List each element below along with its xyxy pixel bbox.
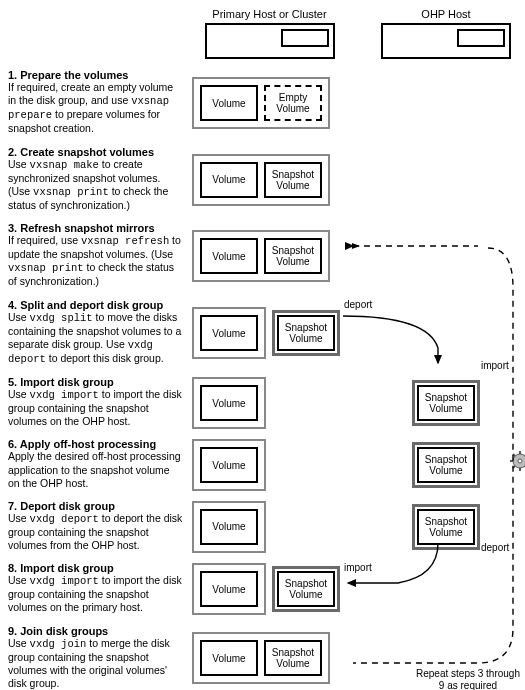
step-8-text: 8. Import disk group Use vxdg import to … xyxy=(8,558,188,620)
volume-box: Volume xyxy=(200,509,258,545)
gears-icon xyxy=(509,449,525,481)
step-4-primary: Volume Snapshot Volume deport xyxy=(192,295,347,373)
step-3-text: 3. Refresh snapshot mirrors If required,… xyxy=(8,218,188,295)
volume-box: Volume xyxy=(200,315,258,351)
volume-box: Volume xyxy=(200,640,258,676)
step-6-primary: Volume xyxy=(192,434,347,495)
volume-box: Volume xyxy=(200,85,258,121)
step-4-text: 4. Split and deport disk group Use vxdg … xyxy=(8,295,188,373)
step-7-primary: Volume xyxy=(192,496,347,558)
snapshot-volume-box-ohp: Snapshot Volume xyxy=(417,447,475,483)
snapshot-volume-box: Snapshot Volume xyxy=(264,162,322,198)
step-2-text: 2. Create snapshot volumes Use vxsnap ma… xyxy=(8,142,188,219)
volume-box: Volume xyxy=(200,571,258,607)
ohp-host-label: OHP Host xyxy=(351,8,525,23)
snapshot-volume-box-ohp: Snapshot Volume xyxy=(417,509,475,545)
empty-volume-box: Empty Volume xyxy=(264,85,322,121)
volume-box: Volume xyxy=(200,238,258,274)
snapshot-volume-box-ohp: Snapshot Volume xyxy=(417,385,475,421)
step-3-primary: Volume Snapshot Volume xyxy=(192,218,347,295)
step-5-primary: Volume xyxy=(192,372,347,434)
svg-line-8 xyxy=(513,454,515,456)
step-1-text: 1. Prepare the volumes If required, crea… xyxy=(8,65,188,142)
svg-line-11 xyxy=(513,466,515,468)
step-6-text: 6. Apply off-host processing Apply the d… xyxy=(8,434,188,495)
step-8-primary: Volume Snapshot Volume import xyxy=(192,558,347,620)
svg-point-1 xyxy=(518,459,522,463)
volume-box: Volume xyxy=(200,385,258,421)
snapshot-volume-box: Snapshot Volume xyxy=(264,238,322,274)
step-2-primary: Volume Snapshot Volume xyxy=(192,142,347,219)
primary-host-icon xyxy=(205,23,335,59)
step-6-ohp: Snapshot Volume xyxy=(351,434,525,495)
deport-label: deport xyxy=(481,542,509,553)
step-9-primary: Volume Snapshot Volume xyxy=(192,621,347,691)
import-label: import xyxy=(481,360,509,371)
step-9-text: 9. Join disk groups Use vxdg join to mer… xyxy=(8,621,188,691)
volume-box: Volume xyxy=(200,447,258,483)
snapshot-volume-box: Snapshot Volume xyxy=(264,640,322,676)
volume-box: Volume xyxy=(200,162,258,198)
step-7-ohp: Snapshot Volume deport xyxy=(351,496,525,558)
snapshot-volume-box-deported: Snapshot Volume xyxy=(277,315,335,351)
snapshot-volume-box-imported: Snapshot Volume xyxy=(277,571,335,607)
step-5-text: 5. Import disk group Use vxdg import to … xyxy=(8,372,188,434)
step-1-primary: Volume Empty Volume xyxy=(192,65,347,142)
ohp-host-icon xyxy=(381,23,511,59)
repeat-note: Repeat steps 3 through 9 as required xyxy=(413,668,523,690)
step-7-text: 7. Deport disk group Use vxdg deport to … xyxy=(8,496,188,558)
primary-host-label: Primary Host or Cluster xyxy=(192,8,347,23)
step-5-ohp: Snapshot Volume import xyxy=(351,372,525,434)
